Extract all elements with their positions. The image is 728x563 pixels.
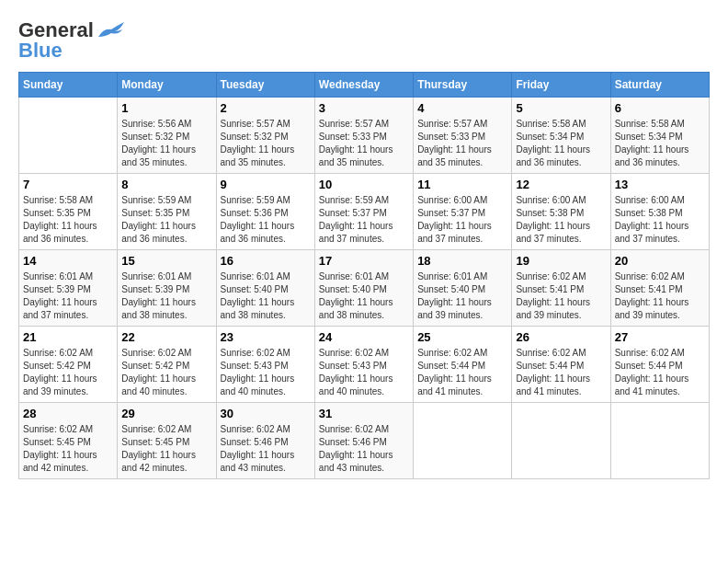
calendar-cell: 19Sunrise: 6:02 AMSunset: 5:41 PMDayligh… (512, 250, 610, 327)
calendar-cell: 22Sunrise: 6:02 AMSunset: 5:42 PMDayligh… (118, 327, 216, 403)
day-info: Sunrise: 6:02 AMSunset: 5:41 PMDaylight:… (615, 270, 705, 322)
calendar-cell: 23Sunrise: 6:02 AMSunset: 5:43 PMDayligh… (216, 327, 314, 403)
day-number: 11 (417, 178, 507, 191)
calendar-week-row: 28Sunrise: 6:02 AMSunset: 5:45 PMDayligh… (19, 403, 710, 479)
calendar-cell: 15Sunrise: 6:01 AMSunset: 5:39 PMDayligh… (118, 250, 216, 327)
calendar-cell: 1Sunrise: 5:56 AMSunset: 5:32 PMDaylight… (118, 98, 216, 174)
day-number: 30 (221, 407, 311, 420)
calendar-cell: 2Sunrise: 5:57 AMSunset: 5:32 PMDaylight… (216, 98, 314, 174)
day-info: Sunrise: 6:01 AMSunset: 5:40 PMDaylight:… (221, 270, 311, 322)
day-info: Sunrise: 6:02 AMSunset: 5:43 PMDaylight:… (221, 347, 311, 398)
day-number: 4 (417, 101, 507, 115)
day-info: Sunrise: 6:02 AMSunset: 5:46 PMDaylight:… (221, 423, 311, 475)
logo-bird-icon (97, 20, 130, 40)
calendar-cell: 8Sunrise: 5:59 AMSunset: 5:35 PMDaylight… (118, 174, 216, 250)
day-number: 31 (319, 407, 409, 420)
day-number: 23 (221, 330, 311, 344)
header-monday: Monday (118, 73, 216, 98)
day-number: 10 (319, 178, 409, 191)
day-info: Sunrise: 6:02 AMSunset: 5:44 PMDaylight:… (516, 347, 606, 398)
day-number: 8 (121, 178, 211, 191)
day-number: 28 (23, 407, 113, 420)
calendar-cell: 7Sunrise: 5:58 AMSunset: 5:35 PMDaylight… (19, 174, 118, 250)
calendar-cell: 31Sunrise: 6:02 AMSunset: 5:46 PMDayligh… (314, 403, 413, 479)
header-tuesday: Tuesday (216, 73, 314, 98)
day-number: 22 (121, 330, 211, 344)
day-info: Sunrise: 6:00 AMSunset: 5:37 PMDaylight:… (417, 194, 507, 246)
day-number: 21 (23, 330, 113, 344)
day-info: Sunrise: 5:58 AMSunset: 5:35 PMDaylight:… (23, 194, 113, 246)
header-saturday: Saturday (610, 73, 709, 98)
calendar-cell (610, 403, 709, 479)
day-info: Sunrise: 5:57 AMSunset: 5:33 PMDaylight:… (319, 118, 409, 169)
day-info: Sunrise: 6:02 AMSunset: 5:42 PMDaylight:… (23, 347, 113, 398)
day-number: 26 (516, 330, 606, 344)
calendar-cell: 17Sunrise: 6:01 AMSunset: 5:40 PMDayligh… (314, 250, 413, 327)
day-info: Sunrise: 6:02 AMSunset: 5:45 PMDaylight:… (121, 423, 211, 475)
day-number: 2 (221, 101, 311, 115)
day-number: 18 (417, 254, 507, 268)
calendar-week-row: 1Sunrise: 5:56 AMSunset: 5:32 PMDaylight… (19, 98, 710, 174)
calendar-cell: 24Sunrise: 6:02 AMSunset: 5:43 PMDayligh… (314, 327, 413, 403)
calendar-cell: 14Sunrise: 6:01 AMSunset: 5:39 PMDayligh… (19, 250, 118, 327)
calendar-cell: 26Sunrise: 6:02 AMSunset: 5:44 PMDayligh… (512, 327, 610, 403)
calendar-cell: 4Sunrise: 5:57 AMSunset: 5:33 PMDaylight… (414, 98, 512, 174)
day-info: Sunrise: 6:01 AMSunset: 5:39 PMDaylight:… (23, 270, 113, 322)
day-number: 15 (121, 254, 211, 268)
day-number: 20 (615, 254, 705, 268)
calendar-header-row: SundayMondayTuesdayWednesdayThursdayFrid… (19, 73, 710, 98)
day-number: 7 (23, 178, 113, 191)
calendar-cell: 3Sunrise: 5:57 AMSunset: 5:33 PMDaylight… (314, 98, 413, 174)
day-info: Sunrise: 5:58 AMSunset: 5:34 PMDaylight:… (516, 118, 606, 169)
day-number: 9 (221, 178, 311, 191)
day-number: 17 (319, 254, 409, 268)
day-info: Sunrise: 6:02 AMSunset: 5:45 PMDaylight:… (23, 423, 113, 475)
calendar-cell: 9Sunrise: 5:59 AMSunset: 5:36 PMDaylight… (216, 174, 314, 250)
calendar-week-row: 21Sunrise: 6:02 AMSunset: 5:42 PMDayligh… (19, 327, 710, 403)
day-number: 19 (516, 254, 606, 268)
calendar-cell: 16Sunrise: 6:01 AMSunset: 5:40 PMDayligh… (216, 250, 314, 327)
day-number: 25 (417, 330, 507, 344)
header-friday: Friday (512, 73, 610, 98)
day-number: 24 (319, 330, 409, 344)
day-number: 3 (319, 101, 409, 115)
calendar-cell: 20Sunrise: 6:02 AMSunset: 5:41 PMDayligh… (610, 250, 709, 327)
day-info: Sunrise: 6:02 AMSunset: 5:46 PMDaylight:… (319, 423, 409, 475)
day-number: 16 (221, 254, 311, 268)
calendar-cell: 10Sunrise: 5:59 AMSunset: 5:37 PMDayligh… (314, 174, 413, 250)
calendar-cell (19, 98, 118, 174)
day-info: Sunrise: 6:00 AMSunset: 5:38 PMDaylight:… (516, 194, 606, 246)
day-number: 14 (23, 254, 113, 268)
calendar-cell: 29Sunrise: 6:02 AMSunset: 5:45 PMDayligh… (118, 403, 216, 479)
calendar-table: SundayMondayTuesdayWednesdayThursdayFrid… (18, 72, 710, 479)
day-info: Sunrise: 6:02 AMSunset: 5:42 PMDaylight:… (121, 347, 211, 398)
calendar-cell: 30Sunrise: 6:02 AMSunset: 5:46 PMDayligh… (216, 403, 314, 479)
day-info: Sunrise: 5:56 AMSunset: 5:32 PMDaylight:… (121, 118, 211, 169)
day-number: 27 (615, 330, 705, 344)
header-sunday: Sunday (19, 73, 118, 98)
day-info: Sunrise: 5:59 AMSunset: 5:36 PMDaylight:… (221, 194, 311, 246)
page-header: General Blue (18, 18, 710, 63)
day-number: 5 (516, 101, 606, 115)
header-wednesday: Wednesday (314, 73, 413, 98)
calendar-cell (414, 403, 512, 479)
day-info: Sunrise: 5:57 AMSunset: 5:32 PMDaylight:… (221, 118, 311, 169)
day-number: 12 (516, 178, 606, 191)
header-thursday: Thursday (414, 73, 512, 98)
day-info: Sunrise: 6:01 AMSunset: 5:39 PMDaylight:… (121, 270, 211, 322)
calendar-cell: 5Sunrise: 5:58 AMSunset: 5:34 PMDaylight… (512, 98, 610, 174)
calendar-cell: 28Sunrise: 6:02 AMSunset: 5:45 PMDayligh… (19, 403, 118, 479)
calendar-cell: 27Sunrise: 6:02 AMSunset: 5:44 PMDayligh… (610, 327, 709, 403)
day-info: Sunrise: 5:57 AMSunset: 5:33 PMDaylight:… (417, 118, 507, 169)
day-number: 6 (615, 101, 705, 115)
calendar-cell: 25Sunrise: 6:02 AMSunset: 5:44 PMDayligh… (414, 327, 512, 403)
day-info: Sunrise: 6:02 AMSunset: 5:43 PMDaylight:… (319, 347, 409, 398)
calendar-cell: 11Sunrise: 6:00 AMSunset: 5:37 PMDayligh… (414, 174, 512, 250)
day-info: Sunrise: 5:59 AMSunset: 5:37 PMDaylight:… (319, 194, 409, 246)
day-info: Sunrise: 6:02 AMSunset: 5:41 PMDaylight:… (516, 270, 606, 322)
day-info: Sunrise: 6:02 AMSunset: 5:44 PMDaylight:… (615, 347, 705, 398)
calendar-cell: 13Sunrise: 6:00 AMSunset: 5:38 PMDayligh… (610, 174, 709, 250)
logo: General Blue (18, 18, 130, 63)
day-number: 1 (121, 101, 211, 115)
calendar-cell: 21Sunrise: 6:02 AMSunset: 5:42 PMDayligh… (19, 327, 118, 403)
